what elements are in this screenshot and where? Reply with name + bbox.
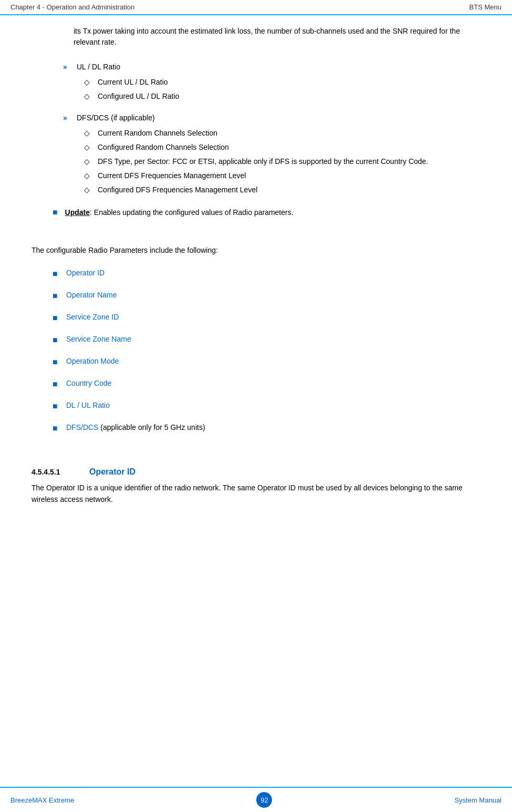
dl-ul-ratio-text: DL / UL Ratio: [66, 400, 110, 411]
square-marker-5: ■: [53, 356, 61, 368]
bullet-configured-dfs-freq: ◇ Configured DFS Frequencies Management …: [84, 184, 480, 196]
update-square-marker: ■: [53, 208, 58, 217]
arrow-marker-1: »: [63, 61, 71, 73]
dfs-type-text: DFS Type, per Sector: FCC or ETSI, appli…: [98, 156, 428, 167]
square-marker-7: ■: [53, 400, 61, 413]
bullet-dfs-dcs: » DFS/DCS (if applicable): [63, 112, 480, 124]
item-operator-name: ■ Operator Name: [53, 290, 480, 302]
page-content: its Tx power taking into account the est…: [0, 15, 512, 541]
header-chapter-title: Chapter 4 - Operation and Administration: [11, 3, 134, 11]
update-description: : Enables updating the configured values…: [90, 208, 294, 217]
update-item: ■ Update: Enables updating the configure…: [53, 206, 480, 219]
bullet-current-dfs-freq: ◇ Current DFS Frequencies Management Lev…: [84, 170, 480, 181]
item-service-zone-id: ■ Service Zone ID: [53, 312, 480, 324]
configured-random-text: Configured Random Channels Selection: [98, 142, 229, 153]
footer-page-number: 92: [256, 792, 272, 808]
ul-dl-ratio-label: UL / DL Ratio: [77, 61, 120, 73]
bullet-current-random: ◇ Current Random Channels Selection: [84, 128, 480, 139]
country-code-text: Country Code: [66, 378, 111, 389]
bullet-dfs-type: ◇ DFS Type, per Sector: FCC or ETSI, app…: [84, 156, 480, 167]
item-dl-ul-ratio: ■ DL / UL Ratio: [53, 400, 480, 413]
operator-name-text: Operator Name: [66, 290, 117, 301]
bullet-configured-ul-dl: ◇ Configured UL / DL Ratio: [84, 91, 480, 102]
diamond-marker-2: ◇: [84, 91, 92, 102]
diamond-marker-7: ◇: [84, 184, 92, 196]
diamond-marker-6: ◇: [84, 170, 92, 181]
operation-mode-text: Operation Mode: [66, 356, 119, 367]
square-marker-8: ■: [53, 422, 61, 435]
item-operation-mode: ■ Operation Mode: [53, 356, 480, 368]
update-bold-label: Update: [65, 208, 90, 217]
footer-right-text: System Manual: [454, 796, 501, 804]
current-ul-dl-text: Current UL / DL Ratio: [98, 77, 168, 88]
subsection-4541: 4.5.4.5.1 Operator ID: [32, 467, 480, 477]
square-marker-3: ■: [53, 312, 61, 324]
item-country-code: ■ Country Code: [53, 378, 480, 390]
dfs-dcs-link-text: DFS/DCS: [66, 423, 98, 431]
diamond-marker-1: ◇: [84, 77, 92, 88]
arrow-marker-2: »: [63, 112, 71, 124]
subsection-number: 4.5.4.5.1: [32, 468, 79, 476]
intro-paragraph: its Tx power taking into account the est…: [74, 26, 480, 48]
configured-dfs-freq-text: Configured DFS Frequencies Management Le…: [98, 184, 257, 196]
item-service-zone-name: ■ Service Zone Name: [53, 334, 480, 346]
item-dfs-dcs-5ghz: ■ DFS/DCS (applicable only for 5 GHz uni…: [53, 422, 480, 435]
square-marker-6: ■: [53, 378, 61, 390]
configurable-heading: The configurable Radio Parameters includ…: [32, 245, 480, 256]
subsection-title: Operator ID: [89, 467, 135, 477]
dfs-dcs-5ghz-text: DFS/DCS (applicable only for 5 GHz units…: [66, 422, 205, 433]
configured-ul-dl-text: Configured UL / DL Ratio: [98, 91, 179, 102]
service-zone-id-text: Service Zone ID: [66, 312, 119, 323]
subsection-body: The Operator ID is a unique identifier o…: [32, 482, 480, 506]
dfs-dcs-suffix-text: (applicable only for 5 GHz units): [98, 423, 205, 431]
operator-id-text: Operator ID: [66, 268, 105, 279]
square-marker-2: ■: [53, 290, 61, 302]
page-header: Chapter 4 - Operation and Administration…: [0, 0, 512, 15]
item-operator-id: ■ Operator ID: [53, 268, 480, 280]
bullet-ul-dl-ratio: » UL / DL Ratio: [63, 61, 480, 73]
current-dfs-freq-text: Current DFS Frequencies Management Level: [98, 170, 246, 181]
square-marker-4: ■: [53, 334, 61, 346]
bullet-configured-random: ◇ Configured Random Channels Selection: [84, 142, 480, 153]
header-section-title: BTS Menu: [469, 3, 501, 11]
dfs-dcs-label: DFS/DCS (if applicable): [77, 112, 155, 124]
diamond-marker-4: ◇: [84, 142, 92, 153]
square-marker-1: ■: [53, 268, 61, 280]
bullet-current-ul-dl: ◇ Current UL / DL Ratio: [84, 77, 480, 88]
current-random-text: Current Random Channels Selection: [98, 128, 217, 139]
footer-left-text: BreezeMAX Extreme: [11, 796, 74, 804]
diamond-marker-5: ◇: [84, 156, 92, 167]
diamond-marker-3: ◇: [84, 128, 92, 139]
service-zone-name-text: Service Zone Name: [66, 334, 131, 345]
page-footer: BreezeMAX Extreme 92 System Manual: [0, 787, 512, 812]
